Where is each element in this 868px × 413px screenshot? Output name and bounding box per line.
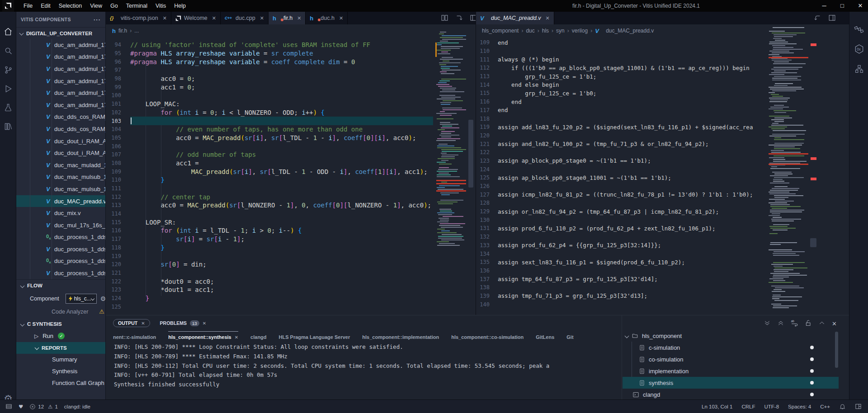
menu-help[interactable]: Help xyxy=(170,0,190,12)
code-line-95[interactable]: 95#pragma HLS array_reshape variable = s… xyxy=(106,49,433,58)
code-line-112[interactable]: 112 if (((1'b0 == ap_block_pp0_stage0_11… xyxy=(476,64,766,72)
code-line-115[interactable]: 115 grp_fu_125_ce = 1'b0; xyxy=(476,89,766,98)
channel-Git[interactable]: Git xyxy=(566,334,573,340)
breadcrumb-item[interactable]: hls xyxy=(542,28,549,34)
flow-settings-gear-icon[interactable]: ⚙ xyxy=(100,295,106,302)
code-line-124[interactable]: 124 } xyxy=(106,294,433,303)
code-line-108[interactable]: 108 acc1 = xyxy=(106,159,433,168)
code-line-124[interactable]: 124 xyxy=(476,165,766,174)
feedback-grid-icon[interactable] xyxy=(5,403,12,410)
channel-hls_componentimplementation[interactable]: hls_component::implementation xyxy=(362,334,439,340)
menu-selection[interactable]: Selection xyxy=(55,0,86,12)
close-icon[interactable]: ✕ xyxy=(163,15,167,21)
code-line-99[interactable]: 99 acc1 = 0; xyxy=(106,83,433,91)
breadcrumb-item[interactable]: syn xyxy=(556,28,565,34)
close-icon[interactable]: ✕ xyxy=(141,321,145,326)
unlock-icon[interactable] xyxy=(805,319,812,329)
code-line-113[interactable]: 113 grp_fu_125_ce = 1'b1; xyxy=(476,72,766,81)
code-line-104[interactable]: 104 // even number of taps, has one more… xyxy=(106,125,433,134)
code-line-103[interactable]: 103 xyxy=(106,117,433,125)
project-root-item[interactable]: DIGITAL_UP_CONVERTER xyxy=(16,27,105,39)
source-control-icon[interactable] xyxy=(0,61,16,78)
eol-indicator[interactable]: CRLF xyxy=(741,404,755,409)
editor2-scrollbar[interactable] xyxy=(810,238,816,247)
code-line-127[interactable]: 127assign icmp_ln82_fu_81_p2 = ((trunc_l… xyxy=(476,190,766,199)
breadcrumb-item[interactable]: duc_MAC_preadd.v xyxy=(606,28,654,34)
code-line-123[interactable]: 123assign ap_block_pp0_stage0 = ~(1'b1 =… xyxy=(476,157,766,165)
code-line-122[interactable]: 122 *dout0 = acc0; xyxy=(106,277,433,286)
close-icon[interactable]: ✕ xyxy=(235,335,238,340)
code-line-138[interactable]: 138 xyxy=(476,283,766,292)
c-synthesis-header[interactable]: C SYNTHESIS xyxy=(16,318,105,330)
code-line-111[interactable]: 111 xyxy=(106,184,433,193)
maximize-panel-icon[interactable] xyxy=(818,319,826,329)
scroll-to-top-icon[interactable] xyxy=(777,319,784,329)
editor2-breadcrumb[interactable]: hls_component›duc›hls›syn›verilog›Vduc_M… xyxy=(482,26,654,36)
language-indicator[interactable]: C++ xyxy=(820,404,830,409)
menu-go[interactable]: Go xyxy=(106,0,122,12)
menu-file[interactable]: File xyxy=(19,0,37,12)
code-line-111[interactable]: 111always @ (*) begin xyxy=(476,55,766,64)
code-line-96[interactable]: 96#pragma HLS array_reshape variable = c… xyxy=(106,57,433,66)
panel-tree-implementation[interactable]: implementation xyxy=(623,365,839,377)
close-icon[interactable]: ✕ xyxy=(297,15,301,21)
code-line-121[interactable]: 121 xyxy=(106,269,433,277)
editor2-minimap[interactable] xyxy=(769,27,808,311)
maximize-button[interactable]: □ xyxy=(839,0,845,12)
code-line-114[interactable]: 114 xyxy=(106,210,433,218)
code-line-109[interactable]: 109 MAC_preadd(sr[i], sr[l_TDL - 1 - ODD… xyxy=(106,167,433,176)
code-line-128[interactable]: 128 xyxy=(476,199,766,207)
word-wrap-icon[interactable]: ab xyxy=(791,319,798,329)
code-line-94[interactable]: 94// using 'factor' instead of 'complete… xyxy=(106,41,433,49)
code-line-110[interactable]: 110 } xyxy=(106,176,433,184)
code-line-125[interactable]: 125 xyxy=(106,302,433,311)
code-line-125[interactable]: 125assign ap_block_pp0_stage0_11001 = ~(… xyxy=(476,174,766,182)
code-line-105[interactable]: 105 acc0 = MAC_preadd(sr[i], sr[l_TDL - … xyxy=(106,134,433,142)
scroll-to-bottom-icon[interactable] xyxy=(764,319,771,329)
code-line-131[interactable]: 131assign prod_6_fu_110_p2 = (prod_fu_62… xyxy=(476,224,766,233)
code-line-123[interactable]: 123 *dout1 = acc1; xyxy=(106,286,433,294)
code-line-140[interactable]: 140 xyxy=(476,300,766,309)
code-line-106[interactable]: 106 xyxy=(106,142,433,150)
close-icon[interactable]: ✕ xyxy=(545,15,549,21)
panel-tree-c-simulation[interactable]: c-simulation xyxy=(623,342,839,353)
reports-header[interactable]: REPORTS xyxy=(16,342,105,354)
code-line-126[interactable]: 126 xyxy=(476,182,766,191)
more-actions-icon[interactable]: ··· xyxy=(94,16,101,23)
code-line-134[interactable]: 134 xyxy=(476,249,766,258)
editor1-minimap[interactable] xyxy=(436,32,466,249)
code-line-102[interactable]: 102 for (int i = 0; i < l_NONZERO - ODD;… xyxy=(106,108,433,117)
panel-tree-clangd[interactable]: clangd xyxy=(623,389,839,400)
editor1-code[interactable]: 94// using 'factor' instead of 'complete… xyxy=(106,41,433,312)
hierarchy-icon[interactable] xyxy=(849,60,868,78)
editor-tab-Welcome[interactable]: Welcome✕ xyxy=(171,12,221,24)
home-icon[interactable] xyxy=(0,23,16,40)
hex-0x-icon[interactable]: 0x xyxy=(849,40,868,58)
notifications-bell-icon[interactable] xyxy=(839,403,846,410)
code-line-118[interactable]: 118 xyxy=(476,114,766,123)
code-line-117[interactable]: 117 sr[i] = sr[i - 1]; xyxy=(106,235,433,244)
breadcrumb-item[interactable]: duc xyxy=(526,28,534,34)
code-line-101[interactable]: 101 LOOP_MAC: xyxy=(106,100,433,108)
code-line-129[interactable]: 129assign or_ln82_fu_94_p2 = (tmp_64_fu_… xyxy=(476,207,766,216)
panel-tree-synthesis[interactable]: synthesis xyxy=(623,377,839,389)
indent-indicator[interactable]: Spaces: 4 xyxy=(788,404,811,409)
tab-problems[interactable]: PROBLEMS 13 ✕ xyxy=(160,320,206,326)
channel-hls_componentco-simulation[interactable]: hls_component::co-simulation xyxy=(451,334,524,340)
pipeline-icon[interactable] xyxy=(849,20,868,38)
encoding-indicator[interactable]: UTF-8 xyxy=(764,404,779,409)
code-line-98[interactable]: 98 acc0 = 0; xyxy=(106,75,433,83)
channel-HLSPragmaLanguageServer[interactable]: HLS Pragma Language Server xyxy=(279,334,350,340)
code-line-139[interactable]: 139assign tmp_fu_71_p3 = grp_fu_125_p3[3… xyxy=(476,292,766,300)
component-dropdown[interactable]: hls_c... xyxy=(66,294,97,304)
cursor-position[interactable]: Ln 103, Col 1 xyxy=(702,404,732,409)
search-icon[interactable] xyxy=(0,42,16,59)
breadcrumb-item[interactable]: verilog xyxy=(572,28,588,34)
code-line-135[interactable]: 135assign sext_ln83_fu_116_p1 = $signed(… xyxy=(476,258,766,267)
run-button[interactable]: ▷ Run ✓ xyxy=(16,330,105,342)
menu-edit[interactable]: Edit xyxy=(37,0,55,12)
editor2-code[interactable]: 109end110111always @ (*) begin112 if (((… xyxy=(476,38,766,312)
channel-clangd[interactable]: clangd xyxy=(250,334,266,340)
report-link-function-call-graph[interactable]: Function Call Graph xyxy=(16,377,105,389)
panel-tree-co-simulation[interactable]: co-simulation xyxy=(623,353,839,365)
